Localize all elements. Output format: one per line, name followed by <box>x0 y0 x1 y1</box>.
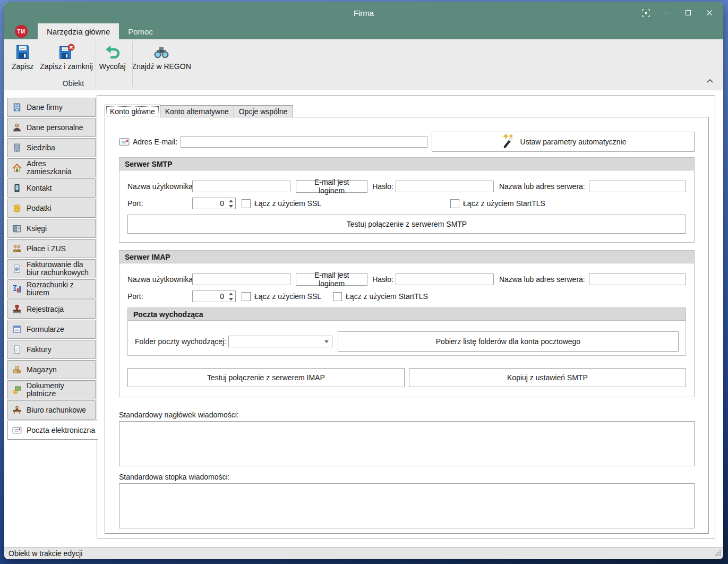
zapisz-i-zamknij-button[interactable]: Zapisz i zamknij <box>37 41 96 72</box>
company-building-icon <box>12 102 22 112</box>
outgoing-mail-group: Poczta wychodząca Folder poczty wychodzą… <box>127 307 686 356</box>
imap-username-label: Nazwa użytkownika: <box>127 275 192 284</box>
sidebar-item-podatki[interactable]: Podatki <box>7 199 96 218</box>
sidebar-item-faktury[interactable]: Faktury <box>7 340 96 359</box>
sidebar-item-fakturowanie-dla-biur-rachunkowych[interactable]: Fakturowanie dla biur rachunkowych <box>7 259 96 278</box>
sidebar-item-ksie-gi[interactable]: Księgi <box>7 219 96 238</box>
ribbon-toolbar: ZapiszZapisz i zamknijWycofajZnajdź w RE… <box>8 41 194 72</box>
sidebar-item-kontakt[interactable]: Kontakt <box>7 178 96 198</box>
imap-ssl-label: Łącz z użyciem SSL <box>254 292 321 301</box>
imap-starttls-checkbox[interactable] <box>333 292 342 301</box>
app-logo[interactable]: TM <box>15 25 28 38</box>
phone-icon <box>12 183 22 193</box>
sidebar-item-rozrachunki-z-biurem[interactable]: Rozrachunki z biurem <box>7 279 96 298</box>
window-controls <box>635 2 720 23</box>
smtp-email-is-login-button[interactable]: E-mail jest loginem <box>296 180 367 193</box>
screen-fit-button[interactable] <box>635 4 656 21</box>
sidebar-item-poczta-elektroniczna[interactable]: Poczta elektroniczna <box>7 421 98 440</box>
person-icon <box>12 123 22 132</box>
copy-smtp-settings-button[interactable]: Kopiuj z ustawień SMTP <box>409 368 686 387</box>
resize-grip-icon[interactable] <box>715 550 722 558</box>
imap-port-up-button[interactable] <box>227 291 235 296</box>
wycofaj-button[interactable]: Wycofaj <box>96 41 129 72</box>
sidebar-item-rejestracja[interactable]: Rejestracja <box>7 300 96 319</box>
imap-username-input[interactable] <box>192 274 290 285</box>
email-address-input[interactable] <box>181 136 427 148</box>
sidebar-item-adres-zamieszkania[interactable]: Adres zamieszkania <box>7 158 96 177</box>
sidebar-item-label: Dane firmy <box>27 104 63 112</box>
outgoing-folder-row: Folder poczty wychodzącej: Pobierz listę… <box>135 331 679 352</box>
sidebar-item-dane-firmy[interactable]: Dane firmy <box>7 98 96 117</box>
ribbon-collapse-button[interactable] <box>704 76 716 86</box>
message-header-label: Standardowy nagłówek wiadomości: <box>119 411 695 419</box>
tool-button-label: Zapisz i zamknij <box>40 62 93 71</box>
imap-server-input[interactable] <box>589 274 686 285</box>
outgoing-folder-select[interactable] <box>228 336 332 347</box>
money-doc-icon <box>12 385 22 395</box>
close-icon <box>706 9 713 16</box>
imap-port-down-button[interactable] <box>227 296 235 302</box>
smtp-server-input[interactable] <box>589 181 686 192</box>
sidebar-item-siedziba[interactable]: Siedziba <box>7 138 96 157</box>
sidebar-item-formularze[interactable]: Formularze <box>7 320 96 339</box>
tab-page-konto-glowne: Adres E-mail: Ustaw <box>105 117 709 534</box>
ribbon-tab-label: Pomoc <box>128 27 153 36</box>
zapisz-button[interactable]: Zapisz <box>8 41 37 72</box>
ribbon-group-label: Obiekt <box>55 79 91 88</box>
chevron-down-icon <box>324 340 329 343</box>
sidebar-item-label: Fakturowanie dla biur rachunkowych <box>27 261 93 277</box>
triangle-down-icon <box>229 205 233 208</box>
imap-server-label: Nazwa lub adres serwera: <box>499 275 585 284</box>
ribbon-tab-pomoc[interactable]: Pomoc <box>119 23 162 39</box>
smtp-port-down-button[interactable] <box>227 203 235 209</box>
imap-port-spinner[interactable]: 0 <box>192 290 236 302</box>
message-header-textarea[interactable] <box>119 421 695 466</box>
minimize-button[interactable] <box>656 4 678 21</box>
outgoing-mail-header: Poczta wychodząca <box>128 308 686 321</box>
sidebar-item-magazyn[interactable]: Magazyn <box>7 360 96 379</box>
smtp-port-value: 0 <box>193 198 227 209</box>
magic-wand-icon <box>500 133 516 151</box>
message-footer-textarea[interactable] <box>119 483 695 528</box>
coins-icon <box>12 203 22 213</box>
sidebar-item-label: Poczta elektroniczna <box>27 426 95 434</box>
smtp-test-connection-button[interactable]: Testuj połączenie z serwerem SMTP <box>127 215 686 234</box>
people-icon <box>12 244 22 253</box>
triangle-up-icon <box>229 200 233 202</box>
stamp-icon <box>12 304 22 314</box>
form-icon <box>12 324 22 334</box>
fetch-folders-button[interactable]: Pobierz listę folderów dla konta pocztow… <box>338 331 679 352</box>
sidebar-item-place-i-zus[interactable]: Płace i ZUS <box>7 239 96 258</box>
tab-opcje-wspolne[interactable]: Opcje wspólne <box>234 105 293 117</box>
sidebar-item-biuro-rachunkowe[interactable]: Biuro rachunkowe <box>7 400 96 420</box>
smtp-port-up-button[interactable] <box>227 198 235 203</box>
outgoing-mail-body: Folder poczty wychodzącej: Pobierz listę… <box>128 331 686 355</box>
ribbon-tab-narze-dzia-glowne[interactable]: Narzędzia główne <box>38 23 119 39</box>
screen-fit-icon <box>642 9 650 17</box>
imap-password-label: Hasło: <box>372 275 393 284</box>
tab-konto-alternatywne[interactable]: Konto alternatywne <box>160 105 234 117</box>
email-address-row: Adres E-mail: Ustaw <box>119 132 695 152</box>
znajdz-w-regon-button[interactable]: Znajdź w REGON <box>129 41 194 72</box>
document-icon <box>12 345 22 354</box>
sidebar-item-dokumenty-platnicze[interactable]: Dokumenty płatnicze <box>7 380 96 399</box>
imap-email-is-login-button[interactable]: E-mail jest loginem <box>296 273 367 286</box>
imap-ssl-checkbox[interactable] <box>242 292 251 301</box>
titlebar[interactable]: Firma <box>4 2 723 23</box>
imap-test-connection-button[interactable]: Testuj połączenie z serwerem IMAP <box>127 368 405 387</box>
smtp-ssl-checkbox[interactable] <box>242 199 251 208</box>
sidebar-item-dane-personalne[interactable]: Dane personalne <box>7 118 96 137</box>
smtp-password-input[interactable] <box>396 181 494 192</box>
close-button[interactable] <box>699 4 720 21</box>
smtp-username-input[interactable] <box>192 181 290 192</box>
auto-parameters-button[interactable]: Ustaw parametry automatycznie <box>432 132 695 152</box>
smtp-starttls-checkbox[interactable] <box>450 199 459 208</box>
sidebar-item-label: Dokumenty płatnicze <box>27 382 93 398</box>
imap-port-arrows <box>227 291 235 302</box>
smtp-port-spinner[interactable]: 0 <box>192 198 236 209</box>
maximize-button[interactable] <box>678 4 699 21</box>
smtp-port-label: Port: <box>127 199 192 208</box>
tool-button-label: Znajdź w REGON <box>132 62 191 71</box>
imap-password-input[interactable] <box>396 274 494 285</box>
tab-konto-glowne[interactable]: Konto główne <box>105 105 160 118</box>
